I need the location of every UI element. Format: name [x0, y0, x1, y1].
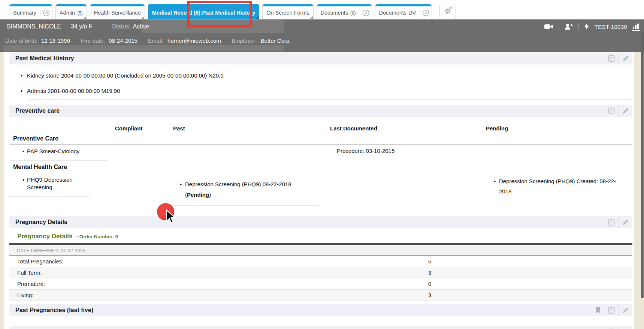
section-header-past-pregnancies[interactable]: Past Pregnancies (last five)	[9, 304, 632, 316]
tab-admin-label: Admin	[56, 7, 79, 16]
bookmark-icon[interactable]	[591, 304, 605, 316]
column-header-past: Past	[171, 124, 326, 132]
patient-header-row2: . Date of birth: 12-18-1990 Hire date: 0…	[0, 34, 644, 52]
preventive-item: PAP Smear-Cytology	[9, 145, 108, 161]
tab-medical-record-label: Medical Record (8):Past Medical History	[148, 7, 259, 16]
dropdown-fold-icon	[256, 16, 258, 19]
patient-header-icons: TEST-10030	[544, 19, 641, 34]
row-label: Total Pregnancies:	[17, 258, 63, 265]
tab-admin-count: (5)	[77, 7, 87, 16]
row-label: Premature:	[17, 281, 45, 287]
employer-value: Better Corp.	[261, 37, 291, 44]
section-header-gynecology-history[interactable]: Gynecology History	[9, 326, 632, 329]
pregnancy-card-title-text: Pregnancy Details	[17, 233, 72, 240]
section-actions	[605, 105, 632, 117]
dropdown-fold-icon	[84, 16, 86, 19]
tab-health-surveillance[interactable]: Health Surveillance	[90, 4, 145, 19]
book-icon[interactable]	[605, 216, 619, 228]
gears-icon: ⚙	[449, 6, 453, 10]
status-value: Active	[133, 23, 149, 30]
patient-header-row1: SIMMONS, NICOLE 34 y/o F Status: Active …	[0, 19, 644, 34]
header-highlight-panel	[3, 45, 284, 51]
status-label: Status:	[112, 23, 131, 30]
paren: )	[209, 191, 211, 198]
preventive-item: PHQ9-Depression Screening	[9, 173, 90, 197]
section-title: Preventive care	[15, 108, 60, 114]
stray-period: .	[4, 46, 6, 51]
last-documented-value: Procedure: 03-10-2015	[326, 145, 484, 161]
book-icon[interactable]	[605, 304, 619, 316]
tab-medical-record-active[interactable]: Medical Record (8):Past Medical History	[148, 4, 260, 19]
tab-settings-button[interactable]: ⚙ ⚙	[439, 4, 456, 19]
pencil-icon[interactable]	[619, 216, 632, 228]
lightning-bolt-icon[interactable]	[584, 22, 590, 31]
group-heading-mental-health-care: Mental Health Care	[9, 161, 632, 173]
external-link-icon[interactable]	[360, 6, 372, 19]
add-user-icon[interactable]	[564, 23, 574, 30]
dob-label: Date of birth:	[5, 37, 37, 44]
tab-on-screen-forms[interactable]: On Screen Forms	[262, 4, 313, 19]
section-title: Past Pregnancies (last five)	[15, 307, 93, 314]
row-value: 3	[428, 290, 431, 301]
tab-documents-label: Documents	[317, 7, 352, 16]
screen: { "colors": { "accent_blue": "#1a9cd8", …	[0, 0, 644, 329]
tab-documents[interactable]: Documents (8)	[317, 4, 372, 19]
order-number: - Order Number: 0	[76, 234, 118, 239]
section-actions	[605, 216, 632, 228]
bar-chart-icon[interactable]	[632, 22, 641, 31]
past-screening-line1: Depression Screening (PHQ9) 08-22-2018	[185, 181, 291, 187]
book-icon[interactable]	[605, 52, 619, 64]
patient-age-sex: 34 y/o F	[71, 23, 93, 30]
email-value: horner@mieweb.com	[167, 37, 221, 44]
column-header-pending: Pending	[484, 124, 632, 132]
patient-chart-id: TEST-10030	[595, 24, 627, 30]
tab-summary[interactable]: Summary	[9, 4, 52, 19]
employer-label: Employer:	[232, 37, 257, 44]
section-title: Past Medical History	[15, 55, 74, 62]
column-header-compliant: Compliant	[113, 124, 171, 132]
patient-header: SIMMONS, NICOLE 34 y/o F Status: Active …	[0, 19, 644, 52]
hire-date-value: 08-24-2015	[109, 37, 137, 44]
row-value: 5	[428, 256, 431, 267]
dob-value: 12-18-1990	[41, 37, 70, 44]
external-link-icon[interactable]	[420, 6, 432, 19]
pencil-icon[interactable]	[619, 52, 632, 64]
section-header-past-medical-history[interactable]: Past Medical History	[9, 52, 632, 64]
section-actions	[591, 304, 632, 316]
icon-separator	[578, 23, 579, 30]
list-item: Kidney stone 2004-00-00 00:00:00 (Conclu…	[27, 69, 632, 84]
row-label: Living:	[17, 292, 33, 298]
table-row: Total Pregnancies: 5	[9, 256, 632, 267]
book-icon[interactable]	[605, 326, 619, 329]
tab-documents-count: (8)	[350, 7, 360, 16]
external-link-icon[interactable]	[40, 6, 52, 19]
video-camera-icon[interactable]	[544, 23, 554, 30]
pregnancy-card-title: Pregnancy Details - Order Number: 0	[17, 233, 634, 240]
tab-documents-dv-label: Documents-DV	[375, 7, 420, 16]
section-header-preventive-care[interactable]: Preventive care	[9, 105, 632, 117]
section-actions	[605, 52, 632, 64]
tab-summary-label: Summary	[9, 7, 40, 16]
pencil-icon[interactable]	[619, 326, 632, 329]
tab-on-screen-forms-label: On Screen Forms	[263, 7, 313, 16]
tab-documents-dv[interactable]: Documents-DV	[375, 4, 432, 19]
pending-status-bold: Pending	[187, 191, 209, 198]
hire-date-label: Hire date:	[81, 37, 105, 44]
pencil-icon[interactable]	[619, 105, 632, 117]
section-header-pregnancy-details[interactable]: Pregnancy Details	[9, 216, 632, 228]
preventive-care-table: Compliant Past Last Documented Pending P…	[9, 124, 632, 206]
book-icon[interactable]	[605, 105, 619, 117]
tab-admin[interactable]: Admin (5)	[55, 4, 87, 19]
dropdown-fold-icon	[310, 16, 313, 19]
icon-separator	[559, 23, 559, 30]
patient-name: SIMMONS, NICOLE	[7, 23, 61, 30]
header-highlight-panel	[142, 20, 284, 33]
scrollbar[interactable]	[641, 31, 644, 298]
tab-bar: Summary Admin (5) Health Surveillance Me…	[0, 0, 644, 19]
pencil-icon[interactable]	[619, 304, 632, 316]
row-label: Full Term:	[17, 269, 42, 276]
list-item: Arthritis 2001-00-00 00:00:00 M19.90	[27, 84, 632, 100]
table-row: Premature: 0	[9, 278, 632, 290]
section-title: Pregnancy Details	[15, 219, 67, 226]
chart-content: Past Medical History Kidney stone 2004-0…	[4, 52, 634, 329]
